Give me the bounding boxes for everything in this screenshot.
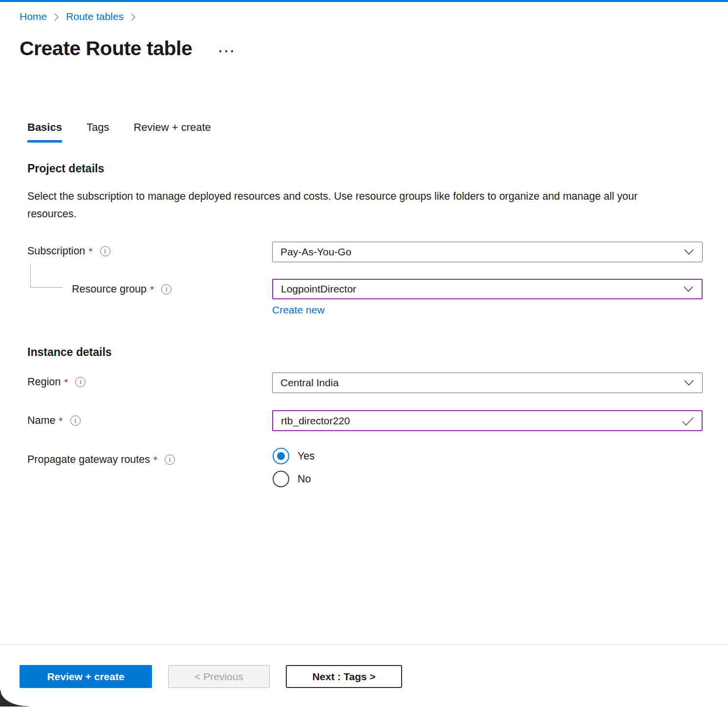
radio-option-no[interactable]: No — [273, 471, 315, 487]
window-corner-shape — [0, 690, 28, 707]
chevron-down-icon — [684, 377, 694, 389]
required-asterisk: * — [88, 246, 92, 257]
region-label-text: Region — [27, 376, 61, 388]
tab-basics[interactable]: Basics — [27, 121, 62, 143]
page-header: Create Route table — [20, 37, 233, 60]
chevron-right-icon — [130, 13, 136, 21]
create-new-link[interactable]: Create new — [272, 304, 324, 316]
section-heading-project-details: Project details — [27, 162, 104, 175]
radio-label-yes: Yes — [298, 450, 315, 462]
previous-button[interactable]: < Previous — [168, 665, 270, 688]
radio-label-no: No — [298, 473, 311, 485]
review-create-button[interactable]: Review + create — [20, 665, 152, 688]
subscription-label-text: Subscription — [27, 245, 85, 257]
region-dropdown[interactable]: Central India — [272, 373, 703, 393]
resource-group-label: Resource group * i — [72, 283, 171, 295]
validation-check-icon — [682, 416, 694, 428]
wizard-tabs: Basics Tags Review + create — [27, 121, 211, 143]
section-heading-instance-details: Instance details — [27, 346, 112, 359]
page-title: Create Route table — [20, 37, 192, 60]
required-asterisk: * — [150, 284, 154, 295]
breadcrumb-link-route-tables[interactable]: Route tables — [66, 11, 124, 22]
radio-button-icon — [273, 448, 289, 464]
project-details-description: Select the subscription to manage deploy… — [27, 187, 670, 223]
top-accent-bar — [0, 0, 728, 2]
resource-group-dropdown[interactable]: LogpointDirector — [272, 279, 703, 299]
resource-group-dropdown-value: LogpointDirector — [281, 283, 678, 295]
info-icon[interactable]: i — [100, 246, 110, 256]
required-asterisk: * — [59, 415, 63, 427]
radio-option-yes[interactable]: Yes — [273, 448, 315, 464]
hierarchy-connector-vertical — [30, 265, 31, 287]
required-asterisk: * — [64, 376, 68, 388]
subscription-dropdown[interactable]: Pay-As-You-Go — [272, 242, 703, 262]
propagate-radio-group: Yes No — [273, 448, 315, 487]
next-tags-button[interactable]: Next : Tags > — [286, 665, 402, 688]
radio-button-icon — [273, 471, 289, 487]
subscription-label: Subscription * i — [27, 245, 110, 257]
info-icon[interactable]: i — [165, 455, 175, 465]
chevron-down-icon — [683, 283, 694, 295]
name-label: Name * i — [27, 415, 81, 427]
info-icon[interactable]: i — [70, 416, 81, 426]
breadcrumb-link-home[interactable]: Home — [20, 11, 47, 22]
required-asterisk: * — [153, 454, 157, 466]
region-dropdown-value: Central India — [280, 377, 679, 389]
info-icon[interactable]: i — [75, 377, 86, 387]
subscription-dropdown-value: Pay-As-You-Go — [280, 246, 679, 258]
propagate-label-text: Propagate gateway routes — [27, 454, 150, 466]
more-options-ellipsis-icon[interactable] — [219, 50, 233, 52]
footer-divider — [0, 644, 728, 645]
tab-review-create[interactable]: Review + create — [133, 121, 211, 143]
chevron-down-icon — [684, 246, 694, 258]
chevron-right-icon — [54, 13, 59, 21]
name-label-text: Name — [27, 415, 55, 427]
name-input[interactable] — [272, 410, 703, 431]
hierarchy-connector-horizontal — [30, 287, 63, 288]
info-icon[interactable]: i — [161, 284, 171, 294]
region-label: Region * i — [27, 376, 86, 388]
tab-tags[interactable]: Tags — [86, 121, 109, 143]
breadcrumb: Home Route tables — [20, 11, 143, 22]
resource-group-label-text: Resource group — [72, 283, 147, 295]
propagate-gateway-routes-label: Propagate gateway routes * i — [27, 454, 175, 466]
